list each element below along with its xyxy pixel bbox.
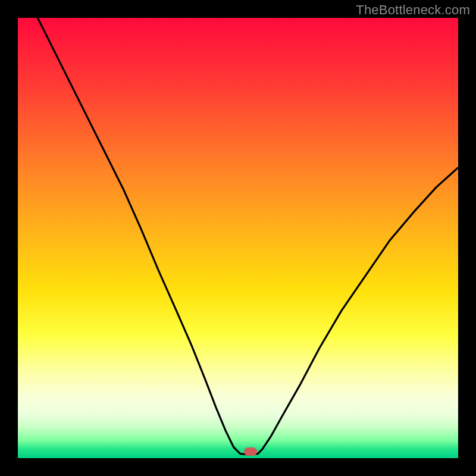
watermark-text: TheBottleneck.com (356, 2, 470, 18)
chart-frame: TheBottleneck.com (0, 0, 476, 476)
plot-area (18, 18, 458, 458)
optimal-marker (244, 447, 257, 456)
bottleneck-curve (18, 18, 458, 458)
